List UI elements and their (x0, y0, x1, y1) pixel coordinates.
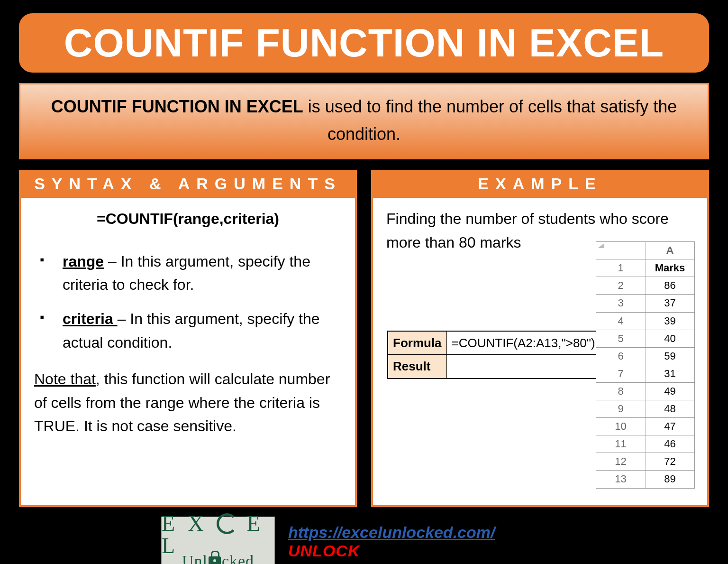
example-heading: EXAMPLE (371, 170, 709, 198)
row-number: 13 (596, 471, 646, 488)
row-number: 5 (596, 330, 646, 347)
table-row: 540 (596, 330, 695, 347)
logo-text: cked (222, 552, 254, 564)
row-number: 9 (596, 400, 646, 418)
marks-cell: 59 (646, 347, 695, 365)
logo-c-icon (217, 513, 237, 534)
marks-header: Marks (646, 259, 695, 277)
syntax-column: SYNTAX & ARGUMENTS =COUNTIF(range,criter… (19, 170, 357, 507)
row-number: 6 (596, 347, 646, 365)
table-row: 1272 (596, 453, 695, 471)
logo-top-text: E X E L (162, 514, 274, 556)
table-row: 439 (596, 312, 695, 330)
table-row: 849 (596, 382, 695, 400)
description-text: is used to find the number of cells that… (303, 97, 677, 144)
table-row: 1146 (596, 435, 695, 453)
row-number: 12 (596, 453, 646, 471)
table-row: 1389 (596, 471, 695, 488)
table-row: 286 (596, 277, 695, 295)
table-row: 948 (596, 400, 695, 418)
corner-cell (596, 242, 646, 259)
description-box: COUNTIF FUNCTION IN EXCEL is used to fin… (19, 83, 709, 159)
argument-name: range (63, 253, 104, 270)
table-row: 337 (596, 295, 695, 312)
argument-item: criteria – In this argument, specify the… (38, 307, 342, 354)
marks-cell: 89 (646, 471, 695, 488)
note-underline: Note that (34, 370, 96, 388)
marks-cell: 37 (646, 295, 695, 312)
argument-item: range – In this argument, specify the cr… (38, 250, 342, 297)
table-row: 1Marks (596, 259, 695, 277)
logo-text: Unl (182, 552, 208, 564)
table-row: 1047 (596, 418, 695, 435)
table-row: 659 (596, 347, 695, 365)
title-bar: COUNTIF FUNCTION IN EXCEL (19, 13, 709, 73)
marks-cell: 31 (646, 365, 695, 382)
logo-bottom-text: Unlcked (182, 552, 254, 564)
syntax-body: =COUNTIF(range,criteria) range – In this… (19, 198, 357, 507)
columns: SYNTAX & ARGUMENTS =COUNTIF(range,criter… (19, 170, 709, 507)
footer-unlock-text: UNLOCK (288, 542, 495, 560)
select-all-triangle-icon (598, 243, 604, 248)
marks-cell: 47 (646, 418, 695, 435)
marks-cell: 48 (646, 400, 695, 418)
page-title: COUNTIF FUNCTION IN EXCEL (33, 20, 695, 66)
row-number: 2 (596, 277, 646, 295)
row-number: 8 (596, 382, 646, 400)
row-number: 3 (596, 295, 646, 312)
example-body: Finding the number of students who score… (371, 198, 709, 507)
description-bold: COUNTIF FUNCTION IN EXCEL (51, 97, 303, 116)
argument-name: criteria (63, 310, 118, 327)
formula-label: Formula (388, 331, 446, 355)
excel-unlocked-logo: E X E L Unlcked (161, 517, 275, 564)
table-row: 731 (596, 365, 695, 382)
row-number: 7 (596, 365, 646, 382)
table-row: Formula =COUNTIF(A2:A13,">80") (388, 331, 624, 355)
argument-list: range – In this argument, specify the cr… (38, 250, 342, 354)
marks-cell: 40 (646, 330, 695, 347)
syntax-note: Note that, this function will calculate … (34, 368, 342, 438)
marks-cell: 72 (646, 453, 695, 471)
logo-text: E X (162, 511, 217, 536)
table-row: Result 2 (388, 355, 624, 379)
footer-url[interactable]: https://excelunlocked.com/ (288, 523, 495, 542)
row-number: 4 (596, 312, 646, 330)
row-number: 10 (596, 418, 646, 435)
footer: E X E L Unlcked https://excelunlocked.co… (19, 517, 709, 564)
syntax-formula: =COUNTIF(range,criteria) (34, 207, 342, 231)
table-row: A (596, 242, 695, 259)
footer-links: https://excelunlocked.com/ UNLOCK (288, 523, 495, 560)
result-label: Result (388, 355, 446, 379)
marks-cell: 49 (646, 382, 695, 400)
row-number: 1 (596, 259, 646, 277)
syntax-heading: SYNTAX & ARGUMENTS (19, 170, 357, 198)
column-letter: A (646, 242, 695, 259)
row-number: 11 (596, 435, 646, 453)
lock-icon (209, 556, 221, 564)
formula-result-table: Formula =COUNTIF(A2:A13,">80") Result 2 (387, 331, 624, 379)
marks-cell: 39 (646, 312, 695, 330)
marks-cell: 86 (646, 277, 695, 295)
marks-data-table: A 1Marks 286 337 439 540 659 731 849 948… (596, 241, 695, 488)
marks-cell: 46 (646, 435, 695, 453)
example-column: EXAMPLE Finding the number of students w… (371, 170, 709, 507)
